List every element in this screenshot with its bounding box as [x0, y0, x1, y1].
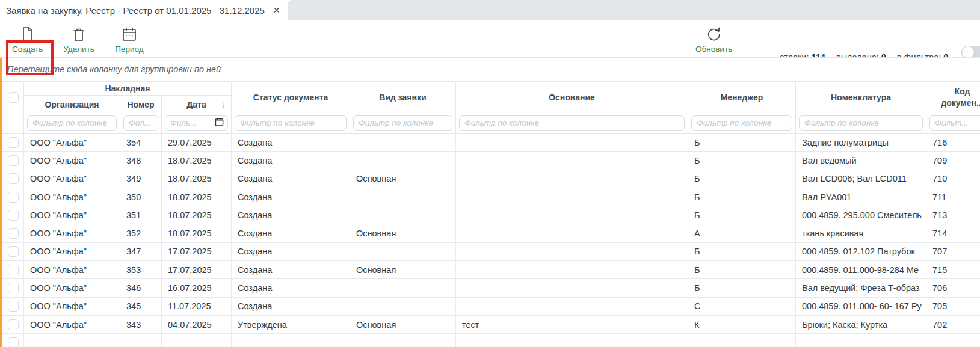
table-row[interactable]: ООО "Альфа"34511.07.2025СозданаС000.4859… [2, 298, 980, 316]
delete-button[interactable]: Удалить [61, 23, 97, 56]
cell-osn [456, 206, 688, 224]
cell-status: Создана [232, 152, 350, 170]
row-checkbox[interactable] [8, 265, 19, 275]
tab-close-icon[interactable]: ✕ [273, 6, 280, 14]
cell-mgr [688, 334, 796, 347]
cell-org: ООО "Альфа" [24, 134, 120, 152]
cell-status: Создана [232, 261, 350, 279]
filter-input-manager[interactable] [691, 115, 792, 131]
cell-osn [456, 298, 688, 316]
cell-mgr: Б [688, 188, 796, 206]
cell-status: Создана [232, 188, 350, 206]
cell-org: ООО "Альфа" [24, 152, 120, 170]
row-checkbox[interactable] [8, 173, 19, 184]
table-row[interactable]: ООО "Альфа"34918.07.2025СозданаОсновнаяБ… [2, 170, 980, 188]
cell-date: 18.07.2025 [162, 152, 232, 170]
table-row[interactable]: ООО "Альфа"35429.07.2025СозданаБЗадние п… [2, 134, 980, 152]
cell-osn [456, 279, 688, 297]
cell-vid [350, 243, 456, 261]
column-header-organization[interactable]: Организация [24, 96, 120, 113]
column-header-basis[interactable]: Основание [456, 82, 688, 113]
cell-osn: тест [456, 316, 688, 334]
filter-cell-request-type [350, 113, 456, 134]
cell-osn [456, 152, 688, 170]
row-checkbox[interactable] [8, 301, 19, 312]
column-header-status[interactable]: Статус документа [232, 82, 350, 113]
toolbar-left-group: Создать Удалить Период [10, 23, 146, 56]
filter-input-number[interactable] [123, 115, 158, 131]
table-row[interactable]: ООО "Альфа"35018.07.2025СозданаБВал PYA0… [2, 188, 980, 206]
date-picker-icon[interactable] [215, 117, 224, 129]
cell-mgr: Б [688, 152, 796, 170]
group-by-drop-zone[interactable]: Перетащите сюда колонку для группировки … [0, 58, 980, 81]
tab-active[interactable]: Заявка на закупку. Реестр - Реестр от 01… [0, 0, 288, 20]
cell-status: Создана [232, 279, 350, 297]
period-button-label: Период [115, 45, 143, 54]
toggle-knob [962, 46, 974, 58]
row-checkbox[interactable] [8, 246, 19, 257]
row-checkbox[interactable] [8, 137, 19, 148]
cell-code: 702 [926, 316, 980, 334]
filter-cell-empty [2, 113, 24, 134]
column-header-nomenclature[interactable]: Номенклатура [796, 82, 926, 113]
cell-code [926, 334, 980, 347]
cell-date: 04.07.2025 [162, 316, 232, 334]
select-all-checkbox[interactable] [8, 92, 19, 103]
cell-number: 353 [120, 261, 162, 279]
filter-input-nomenclature[interactable] [799, 115, 923, 131]
filter-input-status[interactable] [235, 115, 347, 131]
table-row[interactable]: ООО "Альфа"35218.07.2025СозданаОсновнаяА… [2, 224, 980, 242]
column-header-doc-code[interactable]: Код докумен... [926, 82, 980, 113]
cell-osn [456, 224, 688, 242]
table-row[interactable]: ООО "Альфа"35118.07.2025СозданаБ000.4859… [2, 206, 980, 224]
row-checkbox[interactable] [8, 192, 19, 203]
tab-title: Заявка на закупку. Реестр - Реестр от 01… [6, 5, 265, 16]
select-all-cell [2, 82, 24, 113]
column-header-date[interactable]: Дата ↓ [162, 96, 232, 113]
table-row[interactable]: ООО "Альфа"34616.07.2025СозданаБВал веду… [2, 279, 980, 297]
cell-osn [456, 170, 688, 188]
period-button[interactable]: Период [112, 23, 146, 56]
refresh-button-label: Обновить [695, 45, 732, 54]
cell-org [24, 334, 120, 347]
filter-input-request-type[interactable] [353, 115, 452, 131]
table-row[interactable]: ООО "Альфа"34818.07.2025СозданаБВал ведо… [2, 152, 980, 170]
row-checkbox[interactable] [8, 319, 19, 330]
cell-mgr: К [688, 316, 796, 334]
cell-code: 710 [926, 170, 980, 188]
table-row[interactable]: ООО "Альфа"34717.07.2025СозданаБ000.4859… [2, 243, 980, 261]
filter-input-doc-code[interactable] [929, 115, 980, 131]
column-header-manager[interactable]: Менеджер [688, 82, 796, 113]
cell-mgr: Б [688, 206, 796, 224]
row-checkbox-cell [2, 188, 24, 206]
cell-mgr: Б [688, 170, 796, 188]
column-header-number[interactable]: Номер [120, 96, 162, 113]
filter-input-organization[interactable] [27, 115, 117, 131]
table-row[interactable]: ООО "Альфа"35317.07.2025СозданаОсновнаяБ… [2, 261, 980, 279]
column-header-date-label: Дата [186, 100, 206, 109]
row-checkbox[interactable] [8, 283, 19, 293]
cell-code: 706 [926, 279, 980, 297]
cell-date: 18.07.2025 [162, 170, 232, 188]
cell-org: ООО "Альфа" [24, 316, 120, 334]
row-checkbox[interactable] [8, 155, 19, 166]
refresh-button[interactable]: Обновить [693, 23, 735, 56]
cell-vid: Основная [350, 316, 456, 334]
cell-code: 716 [926, 134, 980, 152]
cell-number: 345 [120, 298, 162, 316]
cell-status: Создана [232, 206, 350, 224]
filter-input-basis[interactable] [459, 115, 685, 131]
column-group-nakladnaya[interactable]: Накладная [24, 82, 232, 96]
table-row[interactable]: ООО "Альфа"34304.07.2025УтвержденаОсновн… [2, 316, 980, 334]
row-checkbox-cell [2, 316, 24, 334]
row-checkbox[interactable] [8, 228, 19, 239]
table-body: ООО "Альфа"35429.07.2025СозданаБЗадние п… [2, 134, 980, 347]
create-button[interactable]: Создать [10, 23, 45, 56]
cell-status: Создана [232, 298, 350, 316]
cell-org: ООО "Альфа" [24, 206, 120, 224]
row-checkbox[interactable] [8, 337, 19, 347]
table-row[interactable] [2, 334, 980, 347]
column-header-request-type[interactable]: Вид заявки [350, 82, 456, 113]
grid-header: Накладная Организация Номер Дата ↓ Стату… [2, 81, 980, 134]
row-checkbox[interactable] [8, 210, 19, 221]
